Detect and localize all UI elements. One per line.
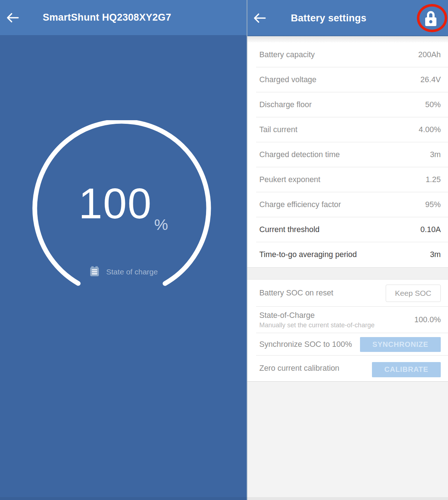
setting-row-zero-current-calibration[interactable]: Zero current calibration CALIBRATE [247,356,448,381]
setting-value: 1.25 [426,175,441,184]
setting-label: Discharge floor [259,100,425,109]
device-overview-panel: SmartShunt HQ2308XY2G7 100 % State of ch… [0,0,247,500]
setting-value: 4.00% [419,125,441,134]
setting-label: Time-to-go averaging period [259,250,430,259]
setting-row-current-threshold[interactable]: Current threshold 0.10A [247,217,448,242]
setting-value: 200Ah [418,50,441,59]
setting-row-battery-capacity[interactable]: Battery capacity 200Ah [247,42,448,67]
setting-label: State-of-Charge [259,311,414,320]
setting-value: 95% [425,200,441,209]
back-button[interactable] [247,0,272,36]
setting-row-battery-soc-on-reset[interactable]: Battery SOC on reset Keep SOC [247,280,448,307]
setting-sublabel: Manually set the current state-of-charge [259,322,414,329]
setting-row-charged-voltage[interactable]: Charged voltage 26.4V [247,67,448,92]
setting-row-peukert-exponent[interactable]: Peukert exponent 1.25 [247,167,448,192]
setting-row-synchronize-soc[interactable]: Synchronize SOC to 100% SYNCHRONIZE [247,333,448,356]
battery-icon [89,265,100,278]
setting-value: 26.4V [420,75,441,84]
gauge-caption-label: State of charge [106,268,158,276]
setting-label: Zero current calibration [259,364,372,373]
setting-row-discharge-floor[interactable]: Discharge floor 50% [247,92,448,117]
setting-label: Charged detection time [259,150,430,159]
setting-value: 3m [430,150,441,159]
setting-label: Battery SOC on reset [259,289,386,298]
setting-label: Synchronize SOC to 100% [259,340,360,349]
back-button[interactable] [0,0,25,35]
section-divider [247,267,448,280]
settings-list: Battery capacity 200Ah Charged voltage 2… [247,42,448,382]
settings-header: Battery settings [247,0,448,36]
setting-row-time-to-go-averaging-period[interactable]: Time-to-go averaging period 3m [247,242,448,267]
synchronize-button[interactable]: SYNCHRONIZE [360,337,441,352]
setting-label: Charged voltage [259,75,420,84]
arrow-left-icon [7,13,19,23]
setting-label: Battery capacity [259,50,418,59]
lock-icon [424,10,437,28]
calibrate-button[interactable]: CALIBRATE [372,362,441,377]
setting-value: 100.0% [414,315,441,324]
setting-value: 3m [430,250,441,259]
arrow-left-icon [254,13,266,23]
setting-value: 50% [425,100,441,109]
settings-title: Battery settings [291,13,367,24]
setting-label: Tail current [259,125,419,134]
setting-label: Charge efficiency factor [259,200,425,209]
device-header: SmartShunt HQ2308XY2G7 [0,0,247,35]
setting-label: Current threshold [259,225,420,234]
battery-settings-panel: Battery settings Battery capacity 200Ah [247,0,448,500]
setting-value: 0.10A [420,225,441,234]
app-screen: SmartShunt HQ2308XY2G7 100 % State of ch… [0,0,448,500]
keep-soc-button[interactable]: Keep SOC [386,285,441,302]
setting-label: Peukert exponent [259,175,426,184]
device-title: SmartShunt HQ2308XY2G7 [43,12,171,23]
setting-row-tail-current[interactable]: Tail current 4.00% [247,117,448,142]
header-shadow [247,36,448,42]
setting-row-charge-efficiency-factor[interactable]: Charge efficiency factor 95% [247,192,448,217]
lock-settings-button[interactable] [422,10,439,28]
gauge-caption: State of charge [0,265,247,278]
setting-row-charged-detection-time[interactable]: Charged detection time 3m [247,142,448,167]
setting-row-state-of-charge[interactable]: State-of-Charge Manually set the current… [247,307,448,333]
